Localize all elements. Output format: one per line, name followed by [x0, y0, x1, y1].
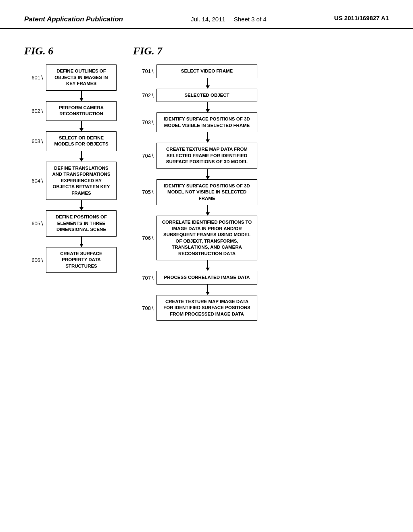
fig7-step707-label: 707∖ [137, 275, 154, 281]
fig6-arrow-5 [46, 237, 117, 247]
fig6-box-603: SELECT OR DEFINE MODELS FOR OBJECTS [46, 131, 117, 151]
fig6-box-604: DEFINE TRANSLATIONS AND TRANSFORMATIONS … [46, 162, 117, 200]
fig6-step604-label: 604∖ [28, 178, 44, 184]
fig6-step-604: 604∖ DEFINE TRANSLATIONS AND TRANSFORMAT… [28, 162, 117, 200]
fig7-step-702: 702∖ SELECTED OBJECT [137, 89, 389, 102]
fig7-flowchart: 701∖ SELECT VIDEO FRAME 702∖ SELECTED OB… [137, 64, 389, 321]
fig7-arrow-2 [157, 102, 258, 112]
patent-number: US 2011/169827 A1 [334, 15, 389, 21]
date-sheet-info: Jul. 14, 2011 Sheet 3 of 4 [191, 15, 267, 24]
fig7-step-707: 707∖ PROCESS CORRELATED IMAGE DATA [137, 271, 389, 285]
pub-title-text: Patent Application Publication [24, 15, 123, 23]
fig6-step601-label: 601∖ [28, 75, 44, 81]
patent-number-text: US 2011/169827 A1 [334, 15, 389, 21]
fig6-step605-label: 605∖ [28, 220, 44, 227]
fig6-arrow-2 [46, 121, 117, 131]
fig6-flowchart: 601∖ DEFINE OUTLINES OF OBJECTS IN IMAGE… [28, 64, 117, 273]
fig7-step704-label: 704∖ [137, 153, 154, 159]
fig6-section: FIG. 6 601∖ DEFINE OUTLINES OF OBJECTS I… [24, 45, 117, 273]
fig6-step602-label: 602∖ [28, 108, 44, 114]
fig7-step-701: 701∖ SELECT VIDEO FRAME [137, 64, 389, 78]
fig7-box-705: IDENTIFY SURFACE POSITIONS OF 3D MODEL N… [156, 179, 257, 206]
fig6-step-605: 605∖ DEFINE POSITIONS OF ELEMENTS IN THR… [28, 210, 117, 237]
fig7-step701-label: 701∖ [137, 68, 154, 74]
patent-page: Patent Application Publication Jul. 14, … [0, 0, 413, 532]
fig7-step-705: 705∖ IDENTIFY SURFACE POSITIONS OF 3D MO… [137, 179, 389, 206]
fig6-arrow-4 [46, 200, 117, 210]
fig6-arrow-3 [46, 151, 117, 162]
fig7-arrow-4 [157, 169, 258, 179]
pub-date: Jul. 14, 2011 [191, 16, 225, 23]
fig7-step-704: 704∖ CREATE TEXTURE MAP DATA FROM SELECT… [137, 143, 389, 169]
fig6-label: FIG. 6 [24, 45, 117, 57]
fig7-arrow-6 [157, 260, 258, 271]
fig6-box-602: PERFORM CAMERA RECONSTRUCTION [46, 101, 117, 121]
fig7-step-708: 708∖ CREATE TEXTURE MAP IMAGE DATA FOR I… [137, 295, 389, 321]
fig7-arrow-5 [157, 205, 258, 216]
fig7-step-703: 703∖ IDENTIFY SURFACE POSITIONS OF 3D MO… [137, 112, 389, 132]
fig6-step603-label: 603∖ [28, 138, 44, 144]
fig7-label: FIG. 7 [133, 45, 389, 57]
fig7-step-706: 706∖ CORRELATE IDENTIFIED POSITIONS TO I… [137, 216, 389, 260]
fig6-step-601: 601∖ DEFINE OUTLINES OF OBJECTS IN IMAGE… [28, 64, 117, 91]
fig7-arrow-3 [157, 132, 258, 143]
fig6-step-606: 606∖ CREATE SURFACE PROPERTY DATA STRUCT… [28, 247, 117, 273]
fig7-step702-label: 702∖ [137, 92, 154, 98]
page-header: Patent Application Publication Jul. 14, … [0, 0, 413, 29]
fig7-step705-label: 705∖ [137, 189, 154, 195]
fig7-box-704: CREATE TEXTURE MAP DATA FROM SELECTED FR… [156, 143, 257, 169]
fig7-step703-label: 703∖ [137, 119, 154, 125]
fig7-box-702: SELECTED OBJECT [156, 89, 257, 102]
fig6-step-602: 602∖ PERFORM CAMERA RECONSTRUCTION [28, 101, 117, 121]
fig7-step706-label: 706∖ [137, 235, 154, 241]
sheet-info: Sheet 3 of 4 [234, 16, 267, 23]
fig7-step708-label: 708∖ [137, 305, 154, 311]
fig7-arrow-7 [157, 285, 258, 295]
fig6-box-601: DEFINE OUTLINES OF OBJECTS IN IMAGES IN … [46, 64, 117, 91]
publication-label: Patent Application Publication [24, 15, 123, 24]
fig7-box-707: PROCESS CORRELATED IMAGE DATA [156, 271, 257, 285]
fig7-section: FIG. 7 701∖ SELECT VIDEO FRAME 702∖ [133, 45, 389, 321]
main-content: FIG. 6 601∖ DEFINE OUTLINES OF OBJECTS I… [0, 29, 413, 337]
fig7-box-708: CREATE TEXTURE MAP IMAGE DATA FOR IDENTI… [156, 295, 257, 321]
fig6-arrow-1 [46, 91, 117, 101]
fig7-box-701: SELECT VIDEO FRAME [156, 64, 257, 78]
fig6-step606-label: 606∖ [28, 257, 44, 263]
fig7-box-703: IDENTIFY SURFACE POSITIONS OF 3D MODEL V… [156, 112, 257, 132]
fig6-box-606: CREATE SURFACE PROPERTY DATA STRUCTURES [46, 247, 117, 273]
fig7-box-706: CORRELATE IDENTIFIED POSITIONS TO IMAGE … [156, 216, 257, 260]
fig6-step-603: 603∖ SELECT OR DEFINE MODELS FOR OBJECTS [28, 131, 117, 151]
fig6-box-605: DEFINE POSITIONS OF ELEMENTS IN THREE DI… [46, 210, 117, 237]
fig7-arrow-1 [157, 78, 258, 89]
